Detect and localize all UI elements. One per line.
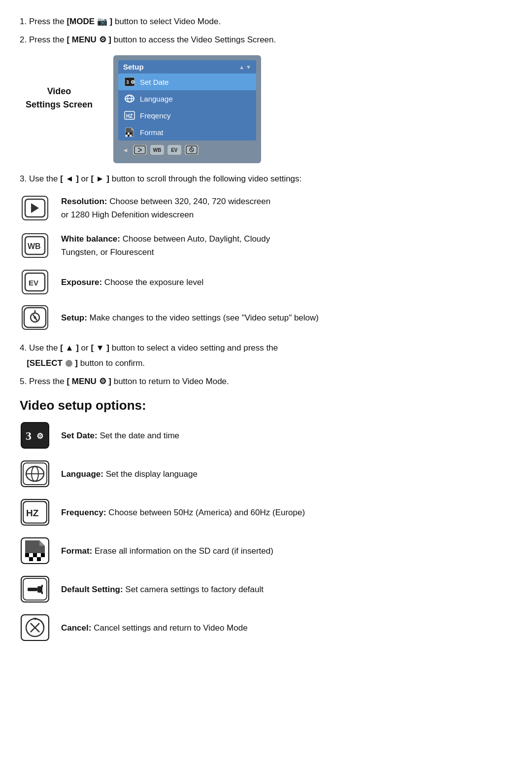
svg-rect-57 <box>37 586 42 593</box>
lcd-wb-icon: WB <box>150 144 165 155</box>
svg-text:EV: EV <box>29 279 38 287</box>
svg-point-33 <box>34 317 36 319</box>
resolution-icon <box>22 196 48 220</box>
svg-text:HZ: HZ <box>126 113 133 119</box>
frequency-icon-wrap: HZ <box>20 499 50 526</box>
format-label: Format: <box>61 546 92 556</box>
lcd-menu-item-language: Language <box>118 90 256 107</box>
svg-rect-47 <box>33 553 37 557</box>
svg-rect-59 <box>41 592 43 594</box>
set-date-text: Set Date: Set the date and time <box>61 429 512 442</box>
svg-rect-45 <box>25 553 29 557</box>
option-language: Language: Set the display language <box>20 460 512 487</box>
svg-rect-15 <box>130 135 132 137</box>
setup-icon-wrap <box>20 305 50 330</box>
lcd-format-icon <box>123 127 136 138</box>
svg-rect-50 <box>25 557 29 561</box>
lcd-language-icon <box>123 93 136 104</box>
wb-label: White balance: <box>61 234 120 244</box>
svg-text:HZ: HZ <box>26 508 39 518</box>
set-date-icon-wrap: 3 ⚙ <box>20 422 50 449</box>
svg-rect-16 <box>134 146 145 154</box>
option-frequency: HZ Frequency: Choose between 50Hz (Ameri… <box>20 499 512 526</box>
svg-text:3: 3 <box>26 429 32 442</box>
default-text: Default Setting: Set camera settings to … <box>61 583 512 596</box>
setup-options-list: 3 ⚙ Set Date: Set the date and time Lang… <box>20 422 512 641</box>
setup-label: Setup: <box>61 313 87 322</box>
step5: 5. Press the [ MENU ⚙ ] button to return… <box>20 374 512 390</box>
default-setting-icon <box>21 576 49 602</box>
lcd-screen: Setup ▲ ▼ 3 ⚙ Set Date <box>113 55 261 163</box>
svg-rect-52 <box>33 557 37 561</box>
lcd-frequency-icon: HZ <box>123 110 136 121</box>
set-date-label: Set Date: <box>61 431 98 440</box>
select-button-label: [SELECT ] <box>27 358 78 368</box>
svg-rect-54 <box>41 557 45 561</box>
option-cancel: Cancel: Cancel settings and return to Vi… <box>20 614 512 641</box>
svg-rect-10 <box>126 133 128 135</box>
step2: 2. Press the [ MENU ⚙ ] button to access… <box>20 33 512 46</box>
lcd-resolution-icon <box>133 144 147 155</box>
svg-rect-14 <box>128 135 130 137</box>
left-button-label: [ ◄ ] <box>60 174 79 183</box>
lcd-format-label: Format <box>140 128 164 137</box>
option-set-date: 3 ⚙ Set Date: Set the date and time <box>20 422 512 449</box>
down-button-label: [ ▼ ] <box>91 343 109 353</box>
svg-text:⚙: ⚙ <box>131 79 135 85</box>
lcd-set-date-icon: 3 ⚙ <box>123 76 136 87</box>
setup-options-title: Video setup options: <box>20 398 512 413</box>
svg-rect-56 <box>28 588 37 591</box>
language-icon <box>21 460 49 487</box>
lcd-freqency-label: Freqency <box>140 111 171 120</box>
screen-section: Video Settings Screen Setup ▲ ▼ 3 ⚙ Set … <box>20 55 512 163</box>
cancel-icon <box>21 614 49 641</box>
wb-icon: WB <box>22 233 48 258</box>
svg-rect-49 <box>41 553 45 557</box>
svg-marker-24 <box>31 203 39 213</box>
setup-text: Setup: Make changes to the video setting… <box>61 311 512 324</box>
lcd-ev-icon: EV <box>167 144 182 155</box>
lcd-menu-item-frequency: HZ Freqency <box>118 107 256 124</box>
setup-icon <box>22 305 48 330</box>
svg-rect-13 <box>126 135 128 137</box>
lcd-setup-plug-icon <box>184 144 199 155</box>
exposure-text: Exposure: Choose the exposure level <box>61 276 512 289</box>
setting-exposure: EV Exposure: Choose the exposure level <box>20 270 512 294</box>
menu-button-label: [ MENU ⚙ ] <box>66 35 111 44</box>
resolution-label: Resolution: <box>61 197 107 206</box>
option-format: Format: Erase all information on the SD … <box>20 537 512 564</box>
language-text: Language: Set the display language <box>61 467 512 481</box>
svg-rect-51 <box>29 557 33 561</box>
svg-rect-12 <box>130 133 132 135</box>
frequency-label: Frequency: <box>61 508 106 517</box>
setting-resolution: Resolution: Choose between 320, 240, 720… <box>20 195 512 221</box>
default-label: Default Setting: <box>61 585 123 594</box>
frequency-icon: HZ <box>21 499 49 526</box>
setting-setup: Setup: Make changes to the video setting… <box>20 305 512 330</box>
option-default: Default Setting: Set camera settings to … <box>20 576 512 602</box>
language-label: Language: <box>61 469 103 479</box>
settings-list: Resolution: Choose between 320, 240, 720… <box>20 195 512 330</box>
exposure-label: Exposure: <box>61 278 102 287</box>
lcd-menu-box: Setup ▲ ▼ 3 ⚙ Set Date <box>118 60 256 141</box>
svg-text:3: 3 <box>126 79 129 85</box>
set-date-icon: 3 ⚙ <box>21 422 49 449</box>
resolution-icon-wrap <box>20 196 50 220</box>
setting-white-balance: WB White balance: Choose between Auto, D… <box>20 232 512 259</box>
lcd-menu-item-set-date: 3 ⚙ Set Date <box>118 73 256 90</box>
lcd-left-arrow-icon: ◄ <box>122 146 129 154</box>
right-button-label: [ ► ] <box>91 174 109 183</box>
lcd-sort-arrows: ▲ ▼ <box>239 64 251 70</box>
steps-4-5: 4. Use the [ ▲ ] or [ ▼ ] button to sele… <box>20 341 512 389</box>
mode-button-label: [MODE 📷 ] <box>66 17 112 26</box>
svg-text:⚙: ⚙ <box>36 432 43 440</box>
step1: 1. Press the [MODE 📷 ] button to select … <box>20 15 512 28</box>
resolution-text: Resolution: Choose between 320, 240, 720… <box>61 195 512 221</box>
svg-rect-11 <box>128 133 130 135</box>
svg-line-18 <box>138 150 142 152</box>
language-icon-wrap <box>20 460 50 487</box>
svg-rect-48 <box>37 553 41 557</box>
ev-icon: EV <box>22 270 48 294</box>
svg-rect-46 <box>29 553 33 557</box>
default-icon-wrap <box>20 576 50 602</box>
